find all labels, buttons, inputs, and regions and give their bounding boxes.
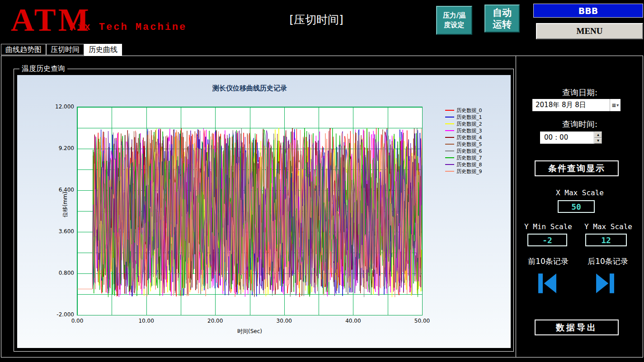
legend-color-swatch	[445, 123, 454, 124]
y-tick-label: 3.600	[45, 228, 74, 235]
next-records-button[interactable]	[592, 269, 619, 299]
legend-color-swatch	[445, 137, 454, 138]
status-banner: BBB	[533, 4, 643, 18]
legend-item: 历史数据_0	[445, 107, 482, 113]
next-records-label: 后10条记录	[576, 256, 639, 267]
query-time-label: 查询时间:	[517, 119, 643, 130]
legend-series-label: 历史数据_7	[456, 155, 482, 161]
tab-bar: 曲线趋势图 压切时间 历史曲线	[1, 44, 122, 56]
legend-series-label: 历史数据_8	[456, 161, 482, 168]
page-title: [压切时间]	[235, 12, 398, 27]
skip-forward-icon	[592, 269, 618, 298]
groupbox-title: 温度历史查询	[19, 64, 67, 74]
legend-color-swatch	[445, 150, 454, 151]
x-tick-label: 0.00	[67, 318, 88, 324]
y-tick-label: 6.400	[45, 187, 74, 193]
legend-item: 历史数据_3	[445, 127, 482, 134]
tab-press-cut-time[interactable]: 压切时间	[46, 44, 84, 55]
skip-back-icon	[534, 269, 560, 298]
y-tick-label: 9.200	[45, 145, 74, 151]
tab-history-curve[interactable]: 历史曲线	[84, 44, 122, 56]
legend-item: 历史数据_8	[445, 161, 482, 168]
data-export-button[interactable]: 数据导出	[535, 320, 619, 335]
app-logo: ATM	[11, 0, 91, 41]
y-min-scale-label: Y Min Scale	[517, 222, 580, 231]
conditional-query-button[interactable]: 条件查询显示	[535, 160, 619, 176]
query-control-panel: 查询日期: 2018年 8月 8日 ▦▾ 查询时间: 00：00 ▲ ▼ 条件查…	[517, 56, 643, 357]
chevron-down-icon: ▾	[616, 103, 619, 108]
legend-item: 历史数据_5	[445, 141, 482, 147]
y-max-scale-label: Y Max Scale	[574, 222, 642, 231]
x-tick-label: 40.00	[343, 318, 363, 324]
query-time-input[interactable]: 00：00 ▲ ▼	[540, 132, 602, 144]
legend-item: 历史数据_2	[445, 121, 482, 127]
tab-curve-trend[interactable]: 曲线趋势图	[1, 44, 46, 55]
pressure-temp-settings-button[interactable]: 压力/温 度设定	[436, 6, 472, 35]
chart-canvas	[77, 107, 422, 315]
y-tick-label: 0.800	[45, 270, 74, 276]
legend-item: 历史数据_4	[445, 134, 482, 141]
x-tick-label: 30.00	[274, 318, 295, 324]
legend-color-swatch	[445, 157, 454, 158]
legend-color-swatch	[445, 110, 454, 111]
chart-plot-area	[77, 107, 423, 315]
prev-records-button[interactable]	[534, 269, 561, 299]
auto-run-button[interactable]: 自动 运转	[484, 5, 520, 33]
y-max-scale-input[interactable]: 12	[585, 234, 627, 246]
spin-up-button[interactable]: ▲	[594, 132, 602, 138]
history-chart: 测长仪位移曲线历史记录 位移(mm) 时间(Sec) 历史数据_0历史数据_1历…	[17, 75, 511, 348]
legend-series-label: 历史数据_6	[456, 148, 482, 155]
prev-records-label: 前10条记录	[517, 256, 580, 267]
legend-series-label: 历史数据_4	[456, 134, 482, 141]
query-date-value: 2018年 8月 8日	[532, 101, 610, 109]
menu-button[interactable]: MENU	[536, 23, 643, 39]
app-window: ATM Aix Tech Machine [压切时间] 压力/温 度设定 自动 …	[0, 0, 644, 362]
x-tick-label: 50.00	[412, 318, 432, 324]
spin-down-button[interactable]: ▼	[594, 138, 602, 144]
legend-item: 历史数据_6	[445, 148, 482, 154]
panel-divider	[516, 56, 516, 357]
legend-color-swatch	[445, 144, 454, 145]
x-tick-label: 20.00	[205, 318, 226, 324]
chart-title: 测长仪位移曲线历史记录	[77, 84, 423, 93]
legend-item: 历史数据_1	[445, 114, 482, 120]
x-max-scale-input[interactable]: 50	[558, 200, 595, 213]
legend-series-label: 历史数据_5	[456, 141, 482, 148]
y-tick-label: 12.000	[45, 103, 74, 110]
y-min-scale-input[interactable]: -2	[527, 234, 567, 246]
app-logo-subtitle: Aix Tech Machine	[70, 22, 187, 33]
legend-series-label: 历史数据_3	[456, 127, 482, 134]
legend-series-label: 历史数据_9	[456, 168, 482, 175]
calendar-icon: ▦	[612, 103, 616, 108]
chart-legend: 历史数据_0历史数据_1历史数据_2历史数据_3历史数据_4历史数据_5历史数据…	[445, 107, 482, 174]
legend-color-swatch	[445, 164, 454, 165]
query-date-label: 查询日期:	[517, 87, 643, 98]
chart-x-axis-label: 时间(Sec)	[77, 328, 423, 335]
legend-color-swatch	[445, 130, 454, 131]
legend-item: 历史数据_7	[445, 155, 482, 161]
legend-item: 历史数据_9	[445, 168, 482, 174]
query-date-input[interactable]: 2018年 8月 8日 ▦▾	[532, 99, 620, 111]
legend-color-swatch	[445, 171, 454, 172]
legend-series-label: 历史数据_0	[456, 107, 482, 114]
query-time-value: 00：00	[540, 133, 594, 142]
y-tick-label: -2.000	[45, 311, 74, 318]
legend-color-swatch	[445, 117, 454, 118]
time-spinner: ▲ ▼	[594, 132, 602, 144]
legend-series-label: 历史数据_2	[456, 121, 482, 127]
legend-series-label: 历史数据_1	[456, 114, 482, 121]
calendar-dropdown-button[interactable]: ▦▾	[610, 99, 620, 111]
x-max-scale-label: X Max Scale	[517, 188, 643, 197]
x-tick-label: 10.00	[136, 318, 157, 324]
